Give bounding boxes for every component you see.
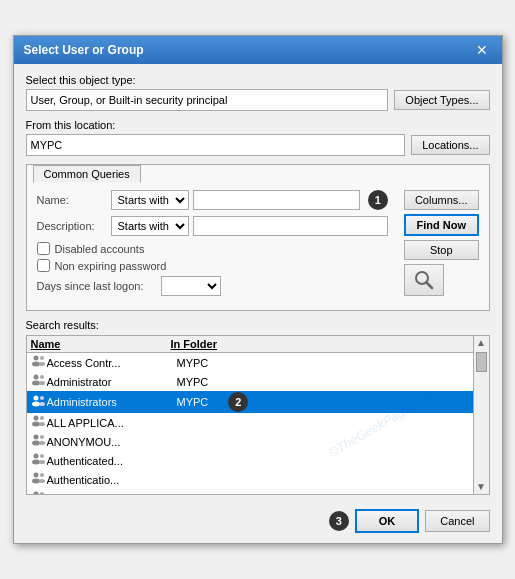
svg-point-13 xyxy=(39,402,45,406)
object-type-row: Object Types... xyxy=(26,89,490,111)
svg-point-11 xyxy=(32,401,40,406)
svg-point-14 xyxy=(33,416,38,421)
cancel-button[interactable]: Cancel xyxy=(425,510,489,532)
disabled-accounts-checkbox[interactable] xyxy=(37,242,50,255)
table-row[interactable]: ALL APPLICA... xyxy=(27,413,473,432)
user-group-icon xyxy=(31,433,47,450)
user-group-icon xyxy=(31,452,47,469)
description-text-input[interactable] xyxy=(193,216,388,236)
user-icon-svg xyxy=(31,373,47,387)
right-buttons-panel: Columns... Find Now Stop xyxy=(404,190,479,302)
user-group-icon xyxy=(31,354,47,371)
user-icon-svg xyxy=(31,471,47,485)
table-row[interactable]: AdministratorMYPC xyxy=(27,372,473,391)
svg-point-25 xyxy=(39,460,45,464)
object-types-button[interactable]: Object Types... xyxy=(394,90,489,110)
table-row[interactable]: Authenticated... xyxy=(27,451,473,470)
stop-button[interactable]: Stop xyxy=(404,240,479,260)
scroll-track[interactable]: ▲ ▼ xyxy=(474,335,490,495)
table-row[interactable]: Authenticatio... xyxy=(27,470,473,489)
user-icon-svg xyxy=(31,490,47,495)
days-logon-row: Days since last logon: xyxy=(37,276,388,296)
name-text-input[interactable] xyxy=(193,190,360,210)
svg-point-7 xyxy=(32,381,40,386)
search-results-label: Search results: xyxy=(26,319,490,331)
non-expiring-checkbox[interactable] xyxy=(37,259,50,272)
svg-point-12 xyxy=(40,396,44,400)
table-row[interactable]: AdministratorsMYPC2 xyxy=(27,391,473,413)
locations-button[interactable]: Locations... xyxy=(411,135,489,155)
circle-2-label: 2 xyxy=(228,392,248,412)
location-input[interactable] xyxy=(26,134,406,156)
svg-point-8 xyxy=(40,375,44,379)
close-button[interactable]: ✕ xyxy=(472,42,492,58)
result-folder: MYPC xyxy=(177,493,209,496)
result-name: Authenticatio... xyxy=(47,474,177,486)
name-starts-with-select[interactable]: Starts with xyxy=(111,190,189,210)
user-icon-svg xyxy=(31,394,47,408)
svg-point-5 xyxy=(39,362,45,366)
non-expiring-label: Non expiring password xyxy=(55,260,167,272)
scroll-thumb[interactable] xyxy=(476,352,487,372)
disabled-accounts-row: Disabled accounts xyxy=(37,242,388,255)
user-group-icon xyxy=(31,373,47,390)
results-header: Name In Folder xyxy=(27,336,473,353)
table-row[interactable]: ANONYMOU... xyxy=(27,432,473,451)
svg-point-29 xyxy=(39,479,45,483)
svg-point-21 xyxy=(39,441,45,445)
object-type-input[interactable] xyxy=(26,89,389,111)
svg-point-27 xyxy=(32,479,40,484)
result-name: Backup Oper... xyxy=(47,493,177,496)
table-row[interactable]: Backup Oper...MYPC xyxy=(27,489,473,495)
svg-point-15 xyxy=(32,422,40,427)
svg-point-4 xyxy=(40,356,44,360)
svg-point-9 xyxy=(39,381,45,385)
dialog-footer: 3 OK Cancel xyxy=(14,505,502,543)
user-icon-svg xyxy=(31,452,47,466)
common-queries-tab[interactable]: Common Queries xyxy=(33,165,141,183)
days-logon-select[interactable] xyxy=(161,276,221,296)
user-icon-svg xyxy=(31,354,47,368)
find-now-button[interactable]: Find Now xyxy=(404,214,479,236)
results-scrollbar-area: ©TheGeekPage.com Name In Folder Access C… xyxy=(26,335,490,495)
ok-button[interactable]: OK xyxy=(355,509,420,533)
svg-point-32 xyxy=(40,492,44,495)
table-row[interactable]: Access Contr...MYPC xyxy=(27,353,473,372)
magnifier-icon xyxy=(412,268,436,292)
result-name: Authenticated... xyxy=(47,455,177,467)
search-icon-button[interactable] xyxy=(404,264,444,296)
object-type-label: Select this object type: xyxy=(26,74,490,86)
title-bar: Select User or Group ✕ xyxy=(14,36,502,64)
svg-point-23 xyxy=(32,460,40,465)
svg-point-6 xyxy=(33,375,38,380)
svg-point-18 xyxy=(33,435,38,440)
columns-button[interactable]: Columns... xyxy=(404,190,479,210)
non-expiring-row: Non expiring password xyxy=(37,259,388,272)
result-name: Administrators xyxy=(47,396,177,408)
user-group-icon xyxy=(31,490,47,495)
results-list[interactable]: ©TheGeekPage.com Name In Folder Access C… xyxy=(26,335,474,495)
svg-point-26 xyxy=(33,473,38,478)
result-folder: MYPC xyxy=(177,376,209,388)
svg-point-17 xyxy=(39,422,45,426)
results-rows-container: Access Contr...MYPC AdministratorMYPC Ad… xyxy=(27,353,473,495)
header-name: Name xyxy=(31,338,171,350)
result-name: ALL APPLICA... xyxy=(47,417,177,429)
scroll-up-arrow[interactable]: ▲ xyxy=(474,336,489,350)
dialog-body: Select this object type: Object Types...… xyxy=(14,64,502,505)
scroll-down-arrow[interactable]: ▼ xyxy=(474,480,489,494)
name-label: Name: xyxy=(37,194,107,206)
result-name: Access Contr... xyxy=(47,357,177,369)
description-starts-with-select[interactable]: Starts with xyxy=(111,216,189,236)
svg-point-28 xyxy=(40,473,44,477)
location-label: From this location: xyxy=(26,119,490,131)
svg-point-16 xyxy=(40,416,44,420)
description-label: Description: xyxy=(37,220,107,232)
name-combo: Starts with xyxy=(111,190,189,210)
header-folder: In Folder xyxy=(171,338,217,350)
queries-layout: Name: Starts with 1 Description: xyxy=(37,190,479,302)
description-row: Description: Starts with xyxy=(37,216,388,236)
svg-point-3 xyxy=(32,362,40,367)
svg-point-22 xyxy=(33,454,38,459)
result-folder: MYPC xyxy=(177,396,209,408)
